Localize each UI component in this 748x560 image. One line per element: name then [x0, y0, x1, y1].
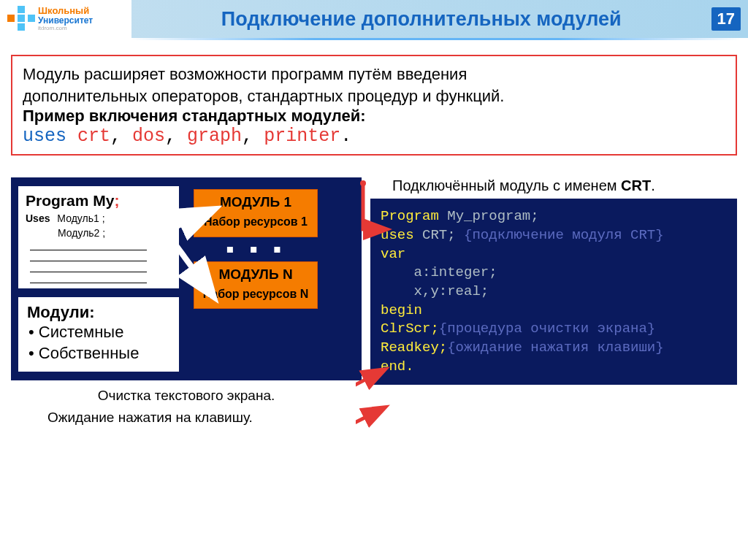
- modules-ellipsis: ▪ ▪ ▪: [226, 236, 286, 263]
- caption-clear: Очистка текстового экрана.: [11, 388, 362, 404]
- program-body-lines: [30, 242, 172, 283]
- logo-line1: Школьный: [38, 6, 93, 16]
- header-bar: Школьный Университет itdrom.com Подключе…: [0, 0, 748, 38]
- module-crt: crt: [77, 126, 110, 147]
- program-diagram: Program My; Uses Модуль1 ; Модуль2 ;: [11, 177, 362, 380]
- crt-caption: Подключённый модуль с именем CRT.: [392, 177, 737, 194]
- module-1-box: МОДУЛЬ 1 Набор ресурсов 1: [194, 189, 318, 237]
- uses-m1: Модуль1 ;: [57, 212, 104, 224]
- page-title: Подключение дополнительных модулей: [131, 8, 711, 31]
- module-n-title: МОДУЛЬ N: [199, 266, 313, 283]
- program-title: Program My: [26, 192, 114, 209]
- module-printer: printer: [264, 126, 340, 147]
- crt-name: CRT: [621, 177, 651, 193]
- modules-item-own: • Собственные: [28, 343, 170, 364]
- svg-line-4: [356, 408, 383, 459]
- desc-line2: дополнительных операторов, стандартных п…: [23, 85, 725, 107]
- keyword-uses: uses: [23, 126, 66, 147]
- desc-line1: Модуль расширяет возможности программ пу…: [23, 64, 725, 85]
- diagram-row: Program My; Uses Модуль1 ; Модуль2 ;: [11, 177, 737, 425]
- uses-code-line: uses crt, dos, graph, printer.: [23, 126, 725, 147]
- program-box: Program My; Uses Модуль1 ; Модуль2 ;: [18, 186, 179, 288]
- logo-icon: [7, 6, 34, 32]
- red-arrows: [356, 174, 400, 481]
- module-n-sub: Набор ресурсов N: [199, 287, 313, 301]
- module-1-sub: Набор ресурсов 1: [199, 215, 313, 229]
- caption-wait: Ожидание нажатия на клавишу.: [47, 410, 362, 426]
- logo: Школьный Университет itdrom.com: [0, 0, 131, 38]
- module-graph: graph: [187, 126, 242, 147]
- logo-line3: itdrom.com: [38, 26, 93, 32]
- modules-list-box: Модули: • Системные • Собственные: [18, 297, 179, 371]
- module-dos: dos: [132, 126, 165, 147]
- pascal-code-block: Program My_program; uses CRT; {подключен…: [370, 199, 737, 385]
- desc-line3: Пример включения стандартных модулей:: [23, 107, 725, 126]
- modules-list-title: Модули:: [27, 303, 170, 322]
- modules-item-system: • Системные: [28, 322, 170, 343]
- page-number: 17: [711, 7, 741, 31]
- module-n-box: МОДУЛЬ N Набор ресурсов N: [194, 261, 318, 309]
- uses-label: Uses: [26, 212, 50, 224]
- uses-m2: Модуль2 ;: [58, 227, 105, 239]
- module-1-title: МОДУЛЬ 1: [199, 194, 313, 210]
- svg-point-2: [360, 180, 366, 186]
- description-box: Модуль расширяет возможности программ пу…: [11, 55, 737, 156]
